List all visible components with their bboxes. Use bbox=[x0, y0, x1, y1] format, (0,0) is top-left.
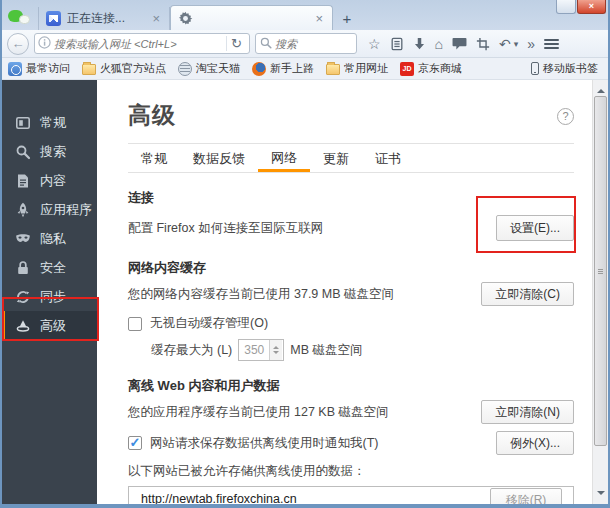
bookmark-taobao[interactable]: 淘宝天猫 bbox=[178, 61, 240, 76]
sidebar-item-content[interactable]: 内容 bbox=[2, 166, 97, 195]
toolbar-icons: ☆ ⌂ ↶ ▾ » bbox=[368, 37, 559, 51]
search-icon bbox=[15, 144, 31, 160]
page-title: 高级 bbox=[128, 100, 176, 131]
advanced-subtabs: 常规 数据反馈 网络 更新 证书 bbox=[128, 143, 574, 173]
mobile-bookmarks[interactable]: 移动版书签 bbox=[531, 61, 598, 76]
url-input[interactable] bbox=[54, 38, 226, 50]
connection-heading: 连接 bbox=[128, 189, 574, 207]
offline-notify-label: 网站请求保存数据供离线使用时通知我(T) bbox=[150, 435, 378, 452]
cache-heading: 网络内容缓存 bbox=[128, 259, 574, 277]
bookmarks-menu-icon[interactable] bbox=[390, 37, 404, 51]
tab-update[interactable]: 更新 bbox=[310, 144, 362, 172]
bookmark-folder-firefox[interactable]: 火狐官方站点 bbox=[82, 61, 166, 76]
check-icon: ✓ bbox=[130, 435, 141, 450]
bookmark-star-icon[interactable]: ☆ bbox=[368, 37, 381, 51]
chat-extension-icon[interactable] bbox=[8, 9, 34, 27]
tab-favicon bbox=[46, 11, 61, 26]
jd-icon: JD bbox=[400, 62, 414, 76]
offline-notify-checkbox[interactable]: ✓ bbox=[128, 436, 142, 450]
maximize-button[interactable] bbox=[556, 0, 576, 14]
menu-icon[interactable] bbox=[544, 37, 559, 51]
home-icon[interactable]: ⌂ bbox=[435, 37, 443, 51]
feedback-bubble-icon[interactable] bbox=[452, 37, 467, 50]
bookmark-getting-started[interactable]: 新手上路 bbox=[252, 61, 314, 76]
remove-site-button[interactable]: 移除(R) bbox=[490, 488, 562, 504]
site-url: http://newtab.firefoxchina.cn bbox=[141, 492, 297, 504]
bookmark-folder-common[interactable]: 常用网址 bbox=[326, 61, 388, 76]
reload-icon[interactable]: ↻ bbox=[226, 36, 246, 51]
override-cache-label: 无视自动缓存管理(O) bbox=[150, 315, 268, 332]
offline-usage-text: 您的应用程序缓存当前已使用 127 KB 磁盘空间 bbox=[128, 404, 388, 421]
bookmarks-bar: 最常访问 火狐官方站点 淘宝天猫 新手上路 常用网址 JD 京东商城 移动版书签 bbox=[2, 58, 608, 80]
navigation-toolbar: ← ↻ ☆ ⌂ bbox=[2, 30, 608, 58]
firefox-icon bbox=[252, 62, 266, 76]
search-input[interactable] bbox=[275, 38, 352, 50]
overflow-icon[interactable]: » bbox=[527, 37, 535, 51]
downloads-icon[interactable] bbox=[413, 37, 426, 51]
screenshot-crop-icon[interactable] bbox=[476, 37, 490, 51]
tab-certificates[interactable]: 证书 bbox=[362, 144, 414, 172]
connection-description: 配置 Firefox 如何连接至国际互联网 bbox=[128, 220, 323, 237]
connection-settings-button[interactable]: 设置(E)... bbox=[496, 215, 574, 241]
site-info-icon[interactable] bbox=[38, 35, 51, 53]
general-icon bbox=[15, 115, 31, 131]
tab-title: 正在连接... bbox=[67, 10, 150, 27]
folder-icon bbox=[326, 64, 340, 75]
bookmark-most-visited[interactable]: 最常访问 bbox=[8, 61, 70, 76]
sidebar-item-advanced[interactable]: 高级 bbox=[2, 311, 97, 340]
sidebar-item-search[interactable]: 搜索 bbox=[2, 137, 97, 166]
mask-icon bbox=[15, 231, 31, 247]
tab-data-choices[interactable]: 数据反馈 bbox=[180, 144, 258, 172]
document-icon bbox=[15, 173, 31, 189]
cache-limit-label: 缓存最大为 (L) bbox=[151, 342, 232, 359]
globe-icon bbox=[178, 62, 192, 76]
folder-icon bbox=[82, 64, 96, 75]
lock-icon bbox=[15, 260, 31, 276]
preferences-main-pane: 高级 ? 常规 数据反馈 网络 更新 证书 连接 配置 Firefox 如何连接… bbox=[97, 80, 592, 504]
back-button[interactable]: ← bbox=[7, 33, 29, 55]
browser-window: 正在连接... × × + × ← ↻ bbox=[0, 0, 610, 508]
help-icon[interactable]: ? bbox=[557, 108, 574, 125]
sidebar-item-privacy[interactable]: 隐私 bbox=[2, 224, 97, 253]
sidebar-item-applications[interactable]: 应用程序 bbox=[2, 195, 97, 224]
tab-preferences-active[interactable]: × bbox=[170, 5, 333, 30]
tab-close-icon[interactable]: × bbox=[150, 11, 162, 26]
rocket-icon bbox=[15, 202, 31, 218]
offline-heading: 离线 Web 内容和用户数据 bbox=[128, 377, 574, 395]
clear-offline-button[interactable]: 立即清除(N) bbox=[481, 400, 574, 424]
cache-limit-unit: MB 磁盘空间 bbox=[290, 342, 362, 359]
cache-usage-text: 您的网络内容缓存当前已使用 37.9 MB 磁盘空间 bbox=[128, 286, 394, 303]
sidebar-item-general[interactable]: 常规 bbox=[2, 108, 97, 137]
override-cache-checkbox[interactable] bbox=[128, 317, 142, 331]
new-tab-button[interactable]: + bbox=[335, 8, 359, 28]
content-area: 常规 搜索 内容 应用程序 隐私 安全 bbox=[2, 80, 608, 504]
bookmark-jd[interactable]: JD 京东商城 bbox=[400, 61, 462, 76]
clock-icon bbox=[8, 62, 22, 76]
chevron-down-icon[interactable]: ▾ bbox=[514, 39, 519, 49]
hat-icon bbox=[15, 318, 31, 334]
vertical-scrollbar[interactable] bbox=[592, 80, 608, 504]
clear-cache-button[interactable]: 立即清除(C) bbox=[481, 282, 574, 306]
sidebar-item-security[interactable]: 安全 bbox=[2, 253, 97, 282]
scrollbar-thumb[interactable] bbox=[594, 96, 607, 446]
tab-close-icon[interactable]: × bbox=[313, 11, 325, 26]
url-bar[interactable]: ↻ bbox=[34, 33, 250, 54]
scroll-down-icon[interactable] bbox=[593, 488, 609, 504]
tab-connecting[interactable]: 正在连接... × bbox=[38, 7, 170, 30]
phone-icon bbox=[531, 62, 539, 75]
stepper-icon[interactable] bbox=[269, 340, 282, 360]
tab-bar: 正在连接... × × + × bbox=[2, 0, 608, 30]
cache-limit-input[interactable] bbox=[238, 339, 284, 361]
tab-network[interactable]: 网络 bbox=[258, 144, 310, 172]
scroll-up-icon[interactable] bbox=[593, 80, 609, 96]
undo-close-tab-icon[interactable]: ↶ bbox=[499, 37, 511, 51]
offline-exceptions-button[interactable]: 例外(X)... bbox=[496, 431, 574, 455]
tab-general[interactable]: 常规 bbox=[128, 144, 180, 172]
gear-icon bbox=[178, 11, 193, 26]
sidebar-item-sync[interactable]: 同步 bbox=[2, 282, 97, 311]
close-button[interactable]: × bbox=[577, 0, 606, 14]
sync-icon bbox=[15, 289, 31, 305]
search-icon bbox=[260, 35, 272, 53]
offline-list-caption: 以下网站已被允许存储供离线使用的数据： bbox=[128, 463, 574, 480]
search-box[interactable] bbox=[255, 33, 357, 54]
